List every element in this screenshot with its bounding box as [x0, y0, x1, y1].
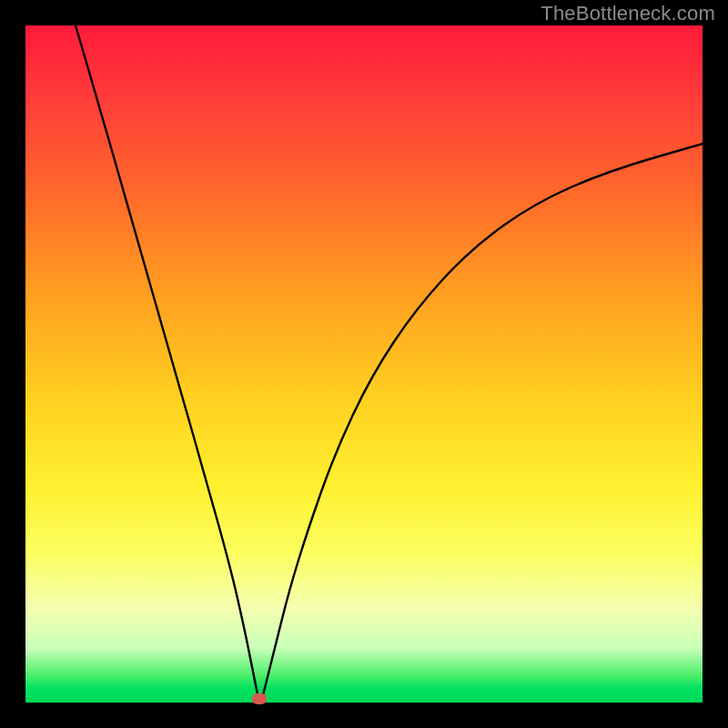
chart-curve [25, 25, 703, 703]
watermark-label: TheBottleneck.com [541, 2, 715, 25]
chart-frame: TheBottleneck.com [0, 0, 728, 728]
chart-marker-dot [252, 693, 267, 704]
